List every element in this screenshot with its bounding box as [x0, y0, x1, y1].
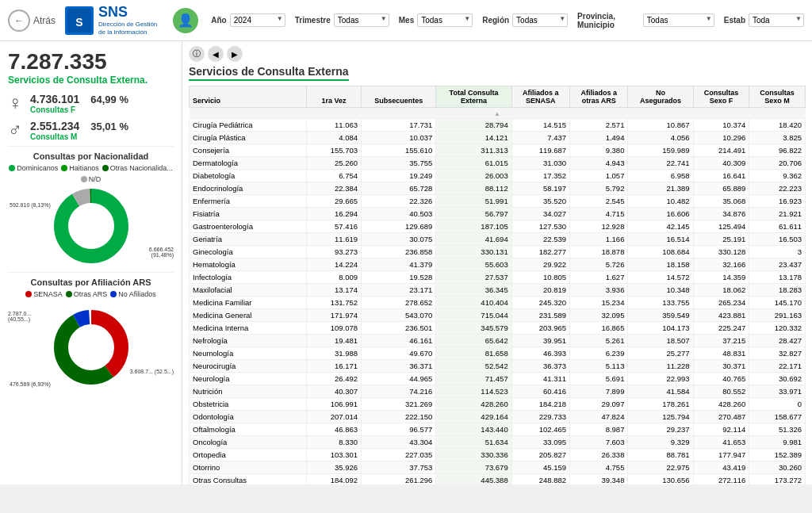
table-row: Obstetricia106.991321.269428.260184.2182… — [190, 398, 806, 411]
cell-value: 34.876 — [693, 208, 749, 220]
nav-info-icon[interactable]: ⓘ — [189, 46, 205, 62]
consultas-f-row: ♀ 4.736.101 64,99 % Consultas F — [8, 92, 174, 114]
cell-service-name: Cirugía Pediátrica — [190, 119, 307, 132]
table-row: Diabetología6.75419.24926.00317.3521.057… — [190, 170, 806, 182]
cell-service-name: Oftalmología — [190, 423, 307, 436]
trimestre-select[interactable]: Todas — [334, 13, 389, 27]
cell-value: 410.404 — [436, 297, 511, 309]
cell-value: 39.951 — [511, 335, 569, 347]
cell-service-name: Infectología — [190, 271, 307, 284]
estab-select[interactable]: Toda — [749, 13, 804, 27]
cell-value: 40.309 — [693, 157, 749, 170]
cell-value: 16.865 — [570, 322, 628, 335]
col-1ra-vez: 1ra Vez — [307, 86, 362, 108]
trimestre-filter-group: Trimestre Todas — [295, 13, 389, 27]
legend-haitianos: Haitianos — [61, 164, 99, 172]
cell-value: 61.015 — [436, 157, 511, 170]
cell-service-name: Fisiatría — [190, 208, 307, 220]
cell-value: 3.936 — [570, 284, 628, 297]
estab-label: Estab — [724, 16, 745, 25]
cell-service-name: Medicina Familiar — [190, 297, 307, 309]
provincia-select[interactable]: Todas — [643, 13, 714, 27]
cell-value: 41.379 — [362, 258, 436, 271]
cell-value: 120.332 — [749, 322, 806, 335]
cell-value: 10.296 — [693, 132, 749, 144]
cell-service-name: Endocrinología — [190, 182, 307, 195]
cell-value: 184.218 — [511, 398, 569, 411]
cell-service-name: Cirugía Plástica — [190, 132, 307, 144]
estab-select-wrapper[interactable]: Toda — [749, 13, 804, 27]
cell-value: 65.728 — [362, 182, 436, 195]
cell-value: 18.420 — [749, 119, 806, 132]
cell-value: 10.348 — [628, 284, 693, 297]
provincia-select-wrapper[interactable]: Todas — [643, 13, 714, 27]
mes-select-wrapper[interactable]: Todas — [417, 13, 473, 27]
nav-prev-icon[interactable]: ◀ — [208, 46, 224, 62]
cell-value: 16.923 — [749, 195, 806, 208]
cell-value: 34.027 — [511, 208, 569, 220]
cell-value: 1.057 — [570, 170, 628, 182]
cell-value: 46.863 — [307, 423, 362, 436]
cell-value: 207.014 — [307, 411, 362, 423]
female-person-icon: ♀ — [8, 92, 22, 114]
cell-value: 29.237 — [628, 423, 693, 436]
ano-select[interactable]: 2024 — [230, 13, 285, 27]
cell-value: 5.691 — [570, 373, 628, 385]
legend-dot-otras-nac — [102, 165, 109, 171]
cell-value: 32.095 — [570, 309, 628, 322]
cell-value: 10.037 — [362, 132, 436, 144]
legend-otras-ars: Otras ARS — [66, 290, 108, 298]
consultas-m-percent: 35,01 % — [90, 121, 128, 132]
left-panel: 7.287.335 Servicios de Consulta Externa.… — [0, 41, 182, 484]
col-sexo-f: ConsultasSexo F — [693, 86, 749, 108]
cell-value: 16.606 — [628, 208, 693, 220]
cell-value: 71.457 — [436, 373, 511, 385]
cell-value: 51.326 — [749, 423, 806, 436]
cell-value: 2.571 — [570, 119, 628, 132]
cell-value: 18.283 — [749, 284, 806, 297]
back-button[interactable]: ← Atrás — [8, 10, 56, 32]
nav-next-icon[interactable]: ▶ — [227, 46, 243, 62]
legend-nd: N/D — [81, 175, 102, 183]
table-row: Ortopedia103.301227.035330.336205.82726.… — [190, 449, 806, 461]
cell-value: 25.260 — [307, 157, 362, 170]
logo-box: S — [65, 6, 94, 35]
region-select-wrapper[interactable]: Todas — [512, 13, 568, 27]
trimestre-select-wrapper[interactable]: Todas — [334, 13, 389, 27]
cell-value: 30.075 — [362, 233, 436, 246]
cell-value: 42.145 — [628, 220, 693, 233]
ano-label: Año — [211, 16, 226, 25]
cell-value: 88.781 — [628, 449, 693, 461]
cell-value: 20.819 — [511, 284, 569, 297]
cell-service-name: Geriatría — [190, 233, 307, 246]
cell-value: 261.296 — [362, 474, 436, 485]
cell-value: 114.523 — [436, 385, 511, 398]
cell-value: 125.794 — [628, 411, 693, 423]
cell-value: 8.987 — [570, 423, 628, 436]
cell-value: 31.030 — [511, 157, 569, 170]
cell-value: 1.494 — [570, 132, 628, 144]
cell-value: 3 — [749, 246, 806, 258]
cell-service-name: Neurología — [190, 373, 307, 385]
legend-label-no-afiliados: No Afiliados — [118, 290, 156, 298]
cell-value: 272.116 — [693, 474, 749, 485]
cell-value: 43.419 — [693, 461, 749, 474]
cell-value: 203.965 — [511, 322, 569, 335]
ano-select-wrapper[interactable]: 2024 — [230, 13, 285, 27]
cell-value: 37.753 — [362, 461, 436, 474]
cell-value: 16.171 — [307, 360, 362, 373]
cell-value: 173.272 — [749, 474, 806, 485]
cell-value: 25.277 — [628, 347, 693, 360]
cell-value: 9.380 — [570, 144, 628, 157]
cell-service-name: Neurocirugía — [190, 360, 307, 373]
cell-value: 7.899 — [570, 385, 628, 398]
cell-value: 55.603 — [436, 258, 511, 271]
cell-value: 81.658 — [436, 347, 511, 360]
cell-service-name: Odontología — [190, 411, 307, 423]
section-title: Servicios de Consulta Externa — [189, 65, 349, 81]
cell-value: 80.552 — [693, 385, 749, 398]
region-select[interactable]: Todas — [512, 13, 568, 27]
table-row: Oftalmología46.86396.577143.440102.4658.… — [190, 423, 806, 436]
cell-value: 11.619 — [307, 233, 362, 246]
mes-select[interactable]: Todas — [417, 13, 473, 27]
